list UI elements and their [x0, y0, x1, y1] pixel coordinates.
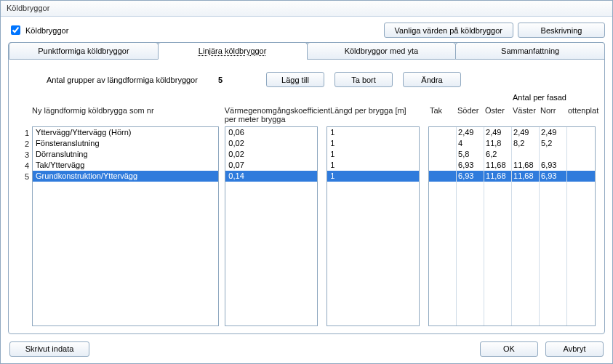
tabs: Punktformiga köldbryggor Linjära köldbry… — [9, 42, 604, 60]
table-row[interactable] — [567, 171, 595, 182]
table-row[interactable] — [567, 149, 595, 160]
window: Köldbryggor Köldbryggor Vanliga värden p… — [0, 0, 613, 364]
coef-listbox[interactable]: 0,060,020,020,070,14 — [225, 126, 318, 326]
table-row[interactable]: Fönsteranslutning — [33, 138, 218, 149]
table-row[interactable]: 6,93 — [540, 171, 566, 182]
table-row[interactable]: 1 — [327, 127, 419, 138]
table-row[interactable]: 11,68 — [484, 160, 511, 171]
table-row[interactable] — [567, 127, 595, 138]
table-row[interactable]: Dörranslutning — [33, 149, 218, 160]
print-button[interactable]: Skrivut indata — [9, 341, 89, 357]
fasad-header-title: Antal per fasad — [513, 93, 566, 102]
header-norr: Norr — [540, 106, 568, 115]
table-row[interactable]: 2,49 — [540, 127, 566, 138]
fasad-col-soder[interactable]: 2,4945,86,936,93 — [457, 127, 484, 325]
koldbryggor-checkbox[interactable] — [11, 25, 20, 35]
table-row[interactable] — [429, 160, 456, 171]
fasad-col-norr[interactable]: 2,495,26,936,93 — [540, 127, 567, 325]
fasad-col-vaster[interactable]: 2,498,211,6811,68 — [512, 127, 540, 325]
control-row: Antal grupper av längdformiga köldbryggo… — [17, 68, 596, 94]
footer: Skrivut indata OK Avbryt — [1, 334, 612, 363]
table-row[interactable] — [567, 160, 595, 171]
header-vaster: Väster — [513, 106, 540, 115]
tab-punktformiga[interactable]: Punktformiga köldbryggor — [9, 42, 159, 60]
add-button[interactable]: Lägg till — [266, 72, 324, 87]
fasad-col-otten[interactable] — [567, 127, 595, 325]
table-row[interactable]: 6,93 — [540, 160, 566, 171]
koldbryggor-checkbox-label: Köldbryggor — [25, 26, 68, 35]
ok-button[interactable]: OK — [480, 341, 538, 357]
table-row[interactable]: 1 — [327, 138, 419, 149]
header-soder: Söder — [457, 106, 485, 115]
fasad-listbox[interactable]: 2,4945,86,936,93 2,4911,86,211,6811,68 2… — [428, 126, 596, 326]
header-coef: Värmegenomgångskoefficient per meter bry… — [225, 106, 330, 124]
table-row[interactable]: 0,06 — [225, 127, 317, 138]
length-listbox[interactable]: 11111 — [326, 126, 420, 326]
table-row[interactable]: 0,14 — [225, 171, 317, 182]
tab-sammanfattning[interactable]: Sammanfattning — [455, 42, 605, 60]
table-row[interactable]: 0,02 — [225, 138, 317, 149]
row-number-column: 12345 — [17, 126, 32, 326]
table-row[interactable]: 11,68 — [512, 160, 539, 171]
fasad-col-tak[interactable] — [429, 127, 457, 325]
cancel-button[interactable]: Avbryt — [545, 341, 604, 357]
table-row[interactable]: 2,49 — [484, 127, 511, 138]
tab-linjara[interactable]: Linjära köldbryggor — [158, 42, 308, 60]
header-tak: Tak — [430, 106, 457, 115]
table-row[interactable] — [429, 127, 456, 138]
column-headers: Ny lägndformig köldbrygga som nr Värmege… — [17, 106, 596, 126]
table-row[interactable]: 1 — [327, 149, 419, 160]
table-row[interactable]: 11,68 — [512, 171, 539, 182]
table-row[interactable] — [429, 138, 456, 149]
table-row[interactable]: 5,8 — [457, 149, 484, 160]
tab-med-yta[interactable]: Köldbryggor med yta — [307, 42, 457, 60]
table-row[interactable]: 6,93 — [457, 160, 484, 171]
top-row: Köldbryggor Vanliga värden på köldbryggo… — [1, 17, 612, 41]
remove-button[interactable]: Ta bort — [334, 72, 393, 87]
table-row[interactable]: 2,49 — [457, 127, 484, 138]
row-number: 3 — [17, 150, 32, 161]
defaults-button[interactable]: Vanliga värden på köldbryggor — [384, 23, 513, 38]
table-row[interactable]: 6,93 — [457, 171, 484, 182]
header-name: Ny lägndformig köldbrygga som nr — [32, 106, 225, 124]
group-count-label: Antal grupper av längdformiga köldbryggo… — [47, 76, 198, 84]
table-row[interactable]: 8,2 — [512, 138, 539, 149]
table-row[interactable]: Yttervägg/Yttervägg (Hörn) — [33, 127, 218, 138]
table-row[interactable]: 11,8 — [484, 138, 511, 149]
titlebar: Köldbryggor — [1, 1, 612, 17]
table-row[interactable]: Grundkonstruktion/Yttervägg — [33, 171, 218, 182]
fasad-col-oster[interactable]: 2,4911,86,211,6811,68 — [484, 127, 512, 325]
tab-area: Punktformiga köldbryggor Linjära köldbry… — [8, 42, 605, 334]
row-number: 1 — [17, 128, 32, 139]
table-row[interactable]: Tak/Yttervägg — [33, 160, 218, 171]
row-number: 5 — [17, 171, 32, 182]
group-count-value: 5 — [218, 76, 223, 84]
header-len: Längd per brygga [m] — [330, 106, 430, 124]
table-row[interactable]: 11,68 — [484, 171, 511, 182]
table-row[interactable] — [429, 171, 456, 182]
description-button[interactable]: Beskrivning — [518, 23, 605, 38]
data-grid: 12345 Yttervägg/Yttervägg (Hörn)Fönstera… — [17, 126, 596, 326]
table-row[interactable]: 6,2 — [484, 149, 511, 160]
koldbryggor-checkbox-wrap[interactable]: Köldbryggor — [8, 23, 68, 37]
row-number: 2 — [17, 139, 32, 150]
table-row[interactable]: 5,2 — [540, 138, 566, 149]
table-row[interactable]: 1 — [327, 171, 419, 182]
table-row[interactable]: 2,49 — [512, 127, 539, 138]
header-otten: ottenplat — [568, 106, 596, 115]
header-oster: Öster — [485, 106, 513, 115]
table-row[interactable]: 0,02 — [225, 149, 317, 160]
table-row[interactable] — [540, 149, 566, 160]
table-row[interactable] — [567, 138, 595, 149]
table-row[interactable]: 0,07 — [225, 160, 317, 171]
tab-content: Antal grupper av längdformiga köldbryggo… — [9, 60, 604, 333]
edit-button[interactable]: Ändra — [403, 72, 461, 87]
table-row[interactable]: 4 — [457, 138, 484, 149]
row-number: 4 — [17, 161, 32, 171]
name-listbox[interactable]: Yttervägg/Yttervägg (Hörn)Fönsteranslutn… — [32, 126, 219, 326]
table-row[interactable] — [429, 149, 456, 160]
table-row[interactable] — [512, 149, 539, 160]
table-row[interactable]: 1 — [327, 160, 419, 171]
